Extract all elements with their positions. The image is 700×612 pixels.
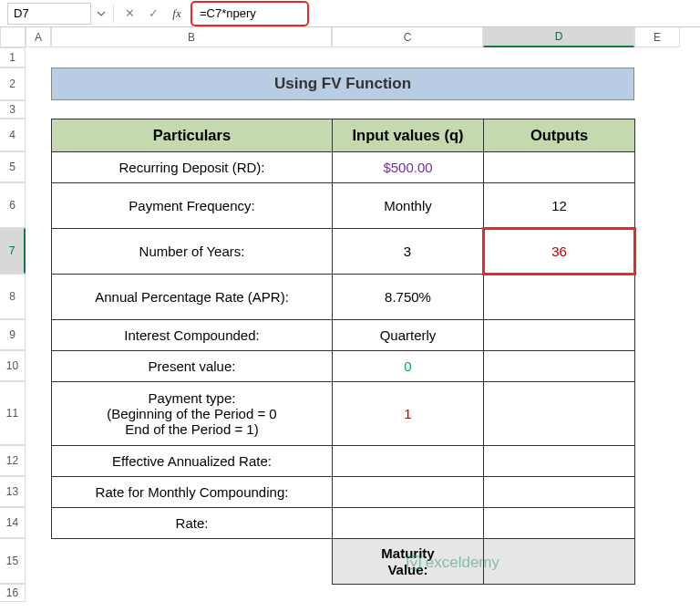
table-row-input[interactable]: Monthly (333, 183, 484, 229)
table-row-output[interactable] (484, 320, 635, 351)
table-row-label: Number of Years: (52, 229, 333, 275)
table-row-label: Effective Annualized Rate: (52, 446, 333, 477)
th-inputs: Input values (q) (333, 119, 484, 152)
cell-reference: D7 (14, 6, 29, 20)
row-header-6[interactable]: 6 (0, 182, 26, 228)
name-box[interactable]: D7 (7, 3, 91, 25)
confirm-icon[interactable]: ✓ (143, 4, 163, 24)
table-row-input[interactable]: 0 (333, 351, 484, 382)
table-row-output[interactable] (484, 446, 635, 477)
row-header-12[interactable]: 12 (0, 445, 26, 476)
table-row-output[interactable] (484, 351, 635, 382)
table-row-input[interactable] (333, 508, 484, 539)
active-cell-D7[interactable]: 36 (484, 229, 635, 275)
table-row-input[interactable]: $500.00 (333, 152, 484, 183)
row-header-15[interactable]: 15 (0, 538, 26, 584)
table-row-output[interactable] (484, 382, 635, 446)
table-row-label: Recurring Deposit (RD): (52, 152, 333, 183)
col-header-A[interactable]: A (26, 27, 51, 47)
row-header-8[interactable]: 8 (0, 274, 26, 319)
table-row-label: Present value: (52, 351, 333, 382)
row-header-2[interactable]: 2 (0, 67, 26, 100)
th-outputs: Outputs (484, 119, 635, 152)
table-row-label: Interest Compounded: (52, 320, 333, 351)
table-row-input[interactable] (333, 446, 484, 477)
maturity-value-cell[interactable] (484, 539, 635, 585)
col-header-C[interactable]: C (332, 27, 483, 47)
table-row-output[interactable] (484, 152, 635, 183)
th-particulars: Particulars (52, 119, 333, 152)
row-headers: 12345678910111213141516 (0, 47, 26, 602)
data-table: Particulars Input values (q) Outputs Rec… (51, 119, 636, 585)
row-header-16[interactable]: 16 (0, 584, 26, 602)
watermark-icon (406, 555, 422, 571)
table-row-input[interactable]: 8.750% (333, 275, 484, 320)
table-row-label: Payment Frequency: (52, 183, 333, 229)
table-row-output[interactable] (484, 275, 635, 320)
cancel-icon[interactable]: ✕ (119, 4, 139, 24)
sheet-content: Using FV Function Particulars Input valu… (51, 47, 680, 585)
table-row-input[interactable]: 1 (333, 382, 484, 446)
table-row-output[interactable] (484, 477, 635, 508)
row-header-9[interactable]: 9 (0, 319, 26, 350)
table-row-input[interactable]: Quarterly (333, 320, 484, 351)
table-row-label: Rate: (52, 508, 333, 539)
formula-text: =C7*npery (200, 6, 256, 20)
table-row-input[interactable] (333, 477, 484, 508)
table-row-label: Rate for Monthly Compounding: (52, 477, 333, 508)
formula-bar: D7 ✕ ✓ fx =C7*npery (0, 0, 700, 27)
formula-input[interactable]: =C7*npery (190, 1, 309, 26)
page-title: Using FV Function (51, 67, 634, 100)
empty-cell (52, 539, 333, 585)
table-row-label: Annual Percentage Rate (APR): (52, 275, 333, 320)
fx-icon[interactable]: fx (167, 4, 187, 24)
row-header-5[interactable]: 5 (0, 151, 26, 182)
row-header-10[interactable]: 10 (0, 350, 26, 381)
table-row-label: Payment type:(Beginning of the Period = … (52, 382, 333, 446)
col-header-B[interactable]: B (51, 27, 332, 47)
select-all-corner[interactable] (0, 27, 26, 47)
row-header-1[interactable]: 1 (0, 47, 26, 67)
table-row-output[interactable]: 12 (484, 183, 635, 229)
name-box-dropdown-icon[interactable] (95, 9, 108, 18)
row-header-4[interactable]: 4 (0, 119, 26, 151)
col-header-E[interactable]: E (634, 27, 680, 47)
table-row-input[interactable]: 3 (333, 229, 484, 275)
col-header-D[interactable]: D (483, 27, 634, 47)
row-header-14[interactable]: 14 (0, 507, 26, 538)
row-header-13[interactable]: 13 (0, 476, 26, 507)
table-row-output[interactable] (484, 508, 635, 539)
row-header-11[interactable]: 11 (0, 381, 26, 445)
row-header-7[interactable]: 7 (0, 228, 26, 274)
watermark: exceldemy (406, 554, 499, 572)
row-header-3[interactable]: 3 (0, 100, 26, 119)
spreadsheet-grid: A B C D E 12345678910111213141516 Using … (0, 27, 700, 47)
